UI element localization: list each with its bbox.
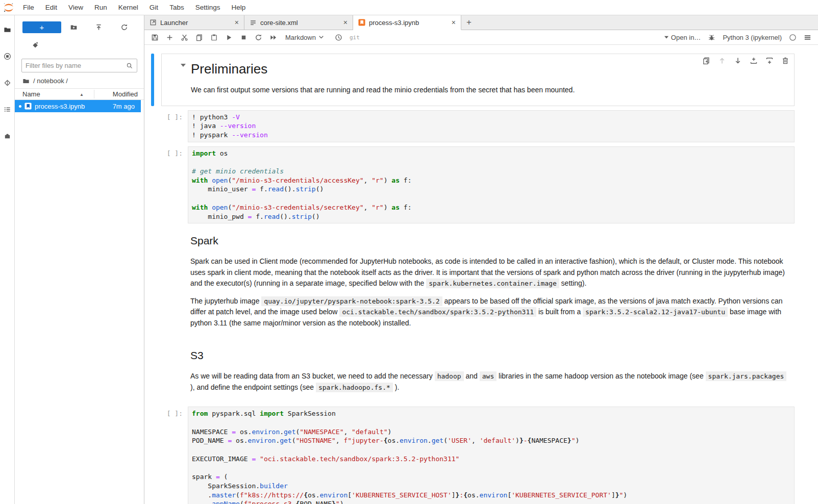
add-tab-button[interactable]: +	[461, 15, 477, 30]
code-line: minio_user = f.read().strip()	[192, 185, 790, 194]
sidebar-tab-file-browser[interactable]	[0, 19, 15, 40]
code-line	[192, 158, 790, 167]
running-kernel-dot	[19, 105, 21, 108]
tab-process-s3-ipynb[interactable]: process-s3.ipynb ×	[353, 15, 461, 30]
menu-kernel[interactable]: Kernel	[113, 4, 144, 11]
insert-cell-below-button[interactable]	[765, 57, 774, 65]
file-row-selected[interactable]: process-s3.ipynb 7m ago	[15, 100, 141, 112]
move-cell-down-button[interactable]	[734, 57, 742, 65]
menu-git[interactable]: Git	[144, 4, 164, 11]
collapse-arrow-icon[interactable]	[181, 64, 186, 67]
column-divider	[94, 90, 94, 98]
save-icon[interactable]	[151, 34, 159, 41]
menu-run[interactable]: Run	[89, 4, 113, 11]
file-browser-toolbar: +	[15, 15, 144, 33]
code-cell[interactable]: [ ]:import os # get minio credentialswit…	[151, 146, 795, 224]
cell-body: [ ]:! python3 -V! java --version! pyspar…	[161, 110, 795, 142]
git-plus-icon[interactable]	[31, 41, 39, 49]
markdown-cell[interactable]: PreliminariesWe can first output some ve…	[151, 54, 795, 106]
cell-content[interactable]: from pyspark.sql import SparkSession NAM…	[188, 407, 795, 504]
close-icon[interactable]: ×	[231, 18, 239, 27]
close-icon[interactable]: ×	[448, 18, 456, 27]
restart-kernel-icon[interactable]	[255, 34, 262, 41]
file-filter-input[interactable]	[26, 62, 126, 69]
close-icon[interactable]: ×	[339, 18, 348, 27]
kernel-name[interactable]: Python 3 (ipykernel)	[723, 34, 782, 41]
cell-collapser[interactable]	[151, 146, 154, 224]
markdown-cell[interactable]: S3As we will be reading data from an S3 …	[151, 342, 795, 402]
git-status-label: git	[350, 34, 360, 41]
menu-view[interactable]: View	[63, 4, 89, 11]
tab-core-site-xml[interactable]: core-site.xml ×	[244, 15, 353, 30]
code-line: ! pyspark --version	[192, 131, 790, 140]
insert-cell-above-button[interactable]	[750, 57, 758, 65]
menu-settings[interactable]: Settings	[190, 4, 226, 11]
sidebar-tab-extension-manager[interactable]	[0, 125, 15, 146]
cell-collapser[interactable]	[151, 110, 154, 142]
notebook-scroll-area[interactable]: PreliminariesWe can first output some ve…	[144, 45, 818, 504]
menu-edit[interactable]: Edit	[40, 4, 63, 11]
kernel-idle-circle-icon[interactable]	[789, 34, 797, 41]
new-launcher-button[interactable]: +	[22, 21, 61, 33]
puzzle-icon	[4, 132, 11, 140]
cell-type-select[interactable]: Markdown	[284, 34, 325, 41]
cell-prompt	[162, 54, 191, 106]
file-list-header: Name ▲ Modified	[15, 88, 144, 100]
refresh-icon[interactable]	[112, 23, 137, 31]
code-line: POD_NAME = os.environ.get("HOSTNAME", f"…	[192, 436, 790, 445]
file-filter-box	[21, 59, 137, 72]
menu-file[interactable]: File	[17, 4, 40, 11]
breadcrumb[interactable]: / notebook /	[15, 72, 144, 88]
cell-collapser[interactable]	[151, 54, 154, 106]
new-folder-button[interactable]	[61, 23, 86, 31]
duplicate-cell-button[interactable]	[702, 57, 710, 65]
cell-collapser[interactable]	[151, 407, 154, 504]
folder-icon	[4, 26, 11, 34]
inline-code: spark:3.5.2-scala2.12-java17-ubuntu	[583, 307, 728, 317]
code-line: NAMESPACE = os.environ.get("NAMESPACE", …	[192, 427, 790, 437]
add-cell-icon[interactable]	[166, 34, 173, 41]
recorded-time-icon[interactable]	[335, 34, 342, 41]
cut-icon[interactable]	[181, 34, 188, 41]
run-icon[interactable]	[225, 34, 233, 41]
markdown-paragraph: Spark can be used in Client mode (recomm…	[190, 256, 788, 289]
cell-collapser[interactable]	[151, 228, 154, 338]
copy-icon[interactable]	[195, 34, 203, 41]
open-in-dropdown[interactable]: Open in…	[664, 34, 701, 41]
cell-collapser[interactable]	[151, 342, 154, 402]
notebook-toolbar: Markdown git Open in… Python 3 (ipykerne…	[144, 30, 818, 45]
sidebar-tab-git[interactable]	[0, 72, 15, 93]
horizontal-bars-icon[interactable]	[804, 34, 811, 41]
inline-code: spark.hadoopo.fs.*	[316, 383, 393, 392]
file-modified: 7m ago	[113, 103, 141, 110]
code-line	[192, 463, 790, 472]
move-cell-up-button[interactable]	[718, 57, 726, 65]
caret-down-icon	[664, 36, 668, 39]
tab-launcher[interactable]: Launcher ×	[144, 15, 244, 30]
cell-content[interactable]: import os # get minio credentialswith op…	[188, 146, 795, 224]
upload-icon[interactable]	[86, 23, 111, 31]
cell-content[interactable]: ! python3 -V! java --version! pyspark --…	[188, 110, 795, 142]
code-line: .appName(f"process-s3-{POD_NAME}")	[192, 499, 790, 504]
menu-help[interactable]: Help	[226, 4, 251, 11]
sidebar-tab-table-of-contents[interactable]	[0, 99, 15, 119]
sidebar-tab-running-sessions[interactable]	[0, 46, 15, 66]
run-all-icon[interactable]	[269, 34, 277, 41]
stop-icon[interactable]	[240, 34, 247, 41]
menu-tabs[interactable]: Tabs	[164, 4, 190, 11]
code-line	[192, 194, 790, 203]
cell-prompt: [ ]:	[161, 146, 188, 224]
code-cell[interactable]: [ ]:from pyspark.sql import SparkSession…	[151, 407, 795, 504]
cell-prompt: [ ]:	[161, 110, 188, 142]
notebook-icon	[24, 103, 32, 110]
column-header-modified[interactable]: Modified	[94, 90, 144, 98]
folder-icon	[22, 78, 30, 85]
markdown-cell[interactable]: SparkSpark can be used in Client mode (r…	[151, 228, 795, 338]
cell-content[interactable]: S3As we will be reading data from an S3 …	[190, 342, 795, 402]
bug-icon[interactable]	[708, 34, 715, 41]
delete-cell-button[interactable]	[781, 57, 789, 65]
code-cell[interactable]: [ ]:! python3 -V! java --version! pyspar…	[151, 110, 795, 142]
cell-content[interactable]: SparkSpark can be used in Client mode (r…	[190, 228, 795, 338]
paste-icon[interactable]	[210, 34, 218, 41]
breadcrumb-path: / notebook /	[33, 77, 68, 85]
